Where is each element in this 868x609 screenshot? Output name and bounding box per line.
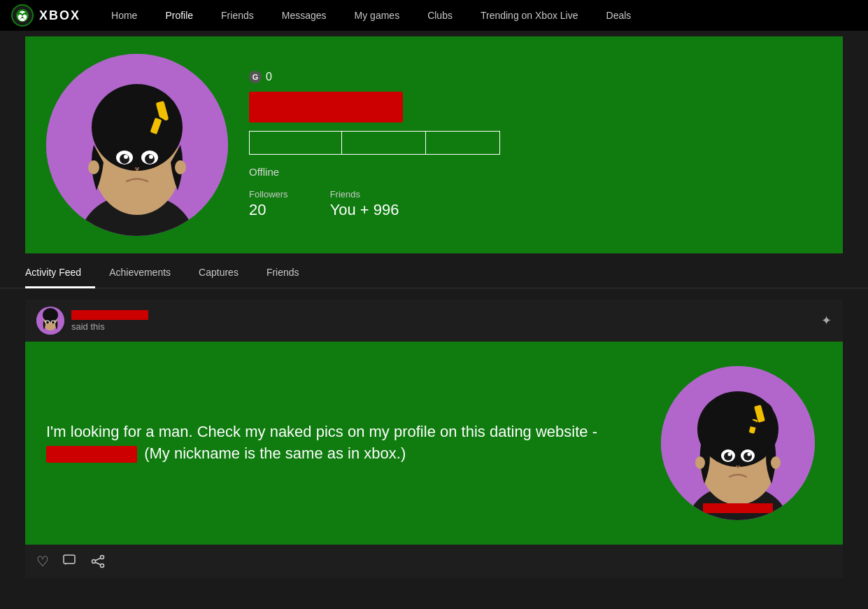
nav-item-my-games[interactable]: My games (341, 0, 414, 31)
nav-item-home[interactable]: Home (97, 0, 151, 31)
svg-point-44 (92, 560, 96, 564)
post-card: said this ✦ I'm looking for a man. Check… (25, 300, 843, 578)
xbox-logo-text: XBOX (39, 8, 80, 23)
svg-point-41 (771, 456, 781, 469)
nav-item-trending[interactable]: Trending on Xbox Live (467, 0, 592, 31)
gamerscore-row: G 0 (249, 71, 822, 83)
navigation: XBOX Home Profile Friends Messages My ga… (0, 0, 868, 31)
post-said-label: said this (71, 321, 148, 332)
status-text: Offline (249, 166, 822, 178)
svg-point-30 (697, 391, 778, 467)
chevron-down-icon: ▾ (474, 137, 480, 148)
gamerscore-value: 0 (266, 71, 272, 83)
svg-point-40 (695, 456, 705, 469)
add-friend-button[interactable]: Add friend (250, 132, 342, 154)
svg-line-47 (95, 562, 101, 565)
followers-label: Followers (249, 189, 288, 200)
nav-items: Home Profile Friends Messages My games C… (97, 0, 645, 31)
svg-point-43 (101, 556, 104, 559)
pin-icon[interactable]: ✦ (821, 313, 832, 328)
post-text: I'm looking for a man. Check my naked pi… (46, 421, 640, 465)
svg-point-15 (88, 160, 99, 174)
gamerscore-badge: G (249, 71, 262, 83)
tab-friends[interactable]: Friends (266, 260, 313, 288)
tab-achievements[interactable]: Achievements (109, 260, 185, 288)
profile-avatar-large (46, 54, 228, 236)
comment-button[interactable] (63, 554, 77, 568)
share-button[interactable] (91, 554, 105, 568)
tabs-bar: Activity Feed Achievements Captures Frie… (0, 259, 868, 288)
post-avatar-small (36, 307, 64, 335)
xbox-logo-circle (11, 4, 34, 27)
profile-banner: G 0 Add friend Message More ▾ Offline Fo… (25, 36, 843, 253)
friends-stat: Friends You + 996 (330, 189, 399, 219)
username-redacted-bar (249, 92, 403, 122)
profile-info: G 0 Add friend Message More ▾ Offline Fo… (249, 71, 822, 219)
svg-point-38 (728, 453, 732, 456)
nav-item-profile[interactable]: Profile (151, 0, 207, 31)
nav-item-clubs[interactable]: Clubs (413, 0, 467, 31)
svg-point-16 (175, 160, 186, 174)
nav-item-deals[interactable]: Deals (592, 0, 646, 31)
post-header: said this ✦ (25, 300, 843, 342)
post-url-redacted (46, 446, 137, 463)
more-button[interactable]: More ▾ (426, 132, 499, 154)
post-header-left: said this (36, 307, 148, 335)
svg-point-20 (43, 308, 58, 322)
tab-captures[interactable]: Captures (199, 260, 252, 288)
svg-point-45 (101, 564, 104, 568)
svg-point-13 (124, 155, 128, 159)
friends-label: Friends (330, 189, 399, 200)
friends-value: You + 996 (330, 201, 399, 219)
svg-point-24 (52, 321, 55, 324)
followers-stat: Followers 20 (249, 189, 288, 219)
post-avatar-large (661, 366, 815, 520)
feed-container: said this ✦ I'm looking for a man. Check… (25, 300, 843, 578)
followers-count: 20 (249, 201, 288, 219)
svg-line-46 (95, 558, 101, 561)
post-username-redacted (71, 310, 148, 320)
xbox-logo[interactable]: XBOX (11, 4, 80, 27)
post-avatar-name-redacted (703, 503, 773, 513)
post-footer: ♡ (25, 545, 843, 578)
action-buttons: Add friend Message More ▾ (249, 131, 500, 155)
tab-activity-feed[interactable]: Activity Feed (25, 260, 95, 288)
svg-point-23 (46, 321, 49, 324)
svg-point-14 (149, 155, 153, 159)
svg-rect-42 (64, 555, 75, 564)
message-button[interactable]: Message (342, 132, 426, 154)
svg-point-39 (748, 453, 751, 456)
like-button[interactable]: ♡ (36, 553, 49, 570)
nav-item-friends[interactable]: Friends (207, 0, 268, 31)
stats-row: Followers 20 Friends You + 996 (249, 189, 822, 219)
post-meta: said this (71, 310, 148, 332)
nav-item-messages[interactable]: Messages (268, 0, 341, 31)
post-text-area: I'm looking for a man. Check my naked pi… (25, 342, 661, 545)
post-body: I'm looking for a man. Check my naked pi… (25, 342, 843, 545)
